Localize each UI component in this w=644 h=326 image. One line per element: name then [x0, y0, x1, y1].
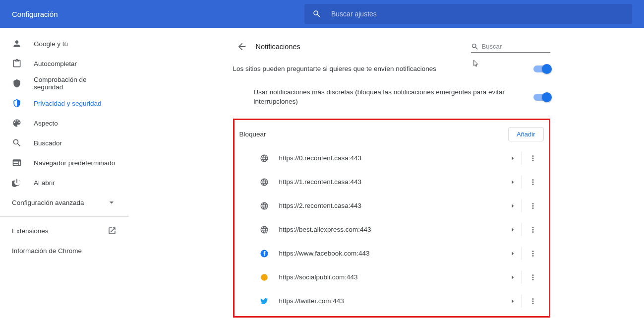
blocked-site-row[interactable]: https://best.aliexpress.com:443: [239, 218, 544, 242]
sidebar-about-chrome[interactable]: Información de Chrome: [0, 241, 128, 261]
app-title: Configuración: [12, 10, 304, 18]
sidebar-item-label: Aspecto: [34, 120, 58, 127]
local-search-input[interactable]: [482, 41, 550, 52]
site-url: https://2.recontent.casa:443: [279, 202, 504, 209]
sidebar-item-label: Autocompletar: [34, 60, 77, 67]
site-more-button[interactable]: [522, 273, 544, 282]
sidebar-advanced-toggle[interactable]: Configuración avanzada: [0, 193, 128, 212]
blocked-site-row[interactable]: https://1.recontent.casa:443: [239, 170, 544, 194]
site-favicon-icon: [259, 177, 269, 187]
sidebar-item-label: Al abrir: [34, 179, 55, 187]
site-url: https://www.facebook.com:443: [279, 250, 504, 257]
person-icon: [12, 39, 22, 49]
block-title: Bloquear: [239, 130, 508, 138]
main-content: Notificaciones Los sitios pueden pregunt…: [129, 28, 644, 326]
sidebar-item-appearance[interactable]: Aspecto: [0, 113, 128, 133]
blocked-site-list: https://0.recontent.casa:443https://1.re…: [239, 146, 544, 313]
page-title: Notificaciones: [256, 43, 471, 51]
sidebar-advanced-label: Configuración avanzada: [12, 199, 84, 206]
shield-outline-icon: [12, 98, 22, 108]
site-details-button[interactable]: [504, 273, 522, 282]
site-favicon-icon: [259, 272, 269, 282]
blocked-site-row[interactable]: https://0.recontent.casa:443: [239, 146, 544, 170]
palette-icon: [12, 118, 22, 128]
site-more-button[interactable]: [522, 297, 544, 306]
header-search[interactable]: [304, 4, 632, 24]
shield-icon: [12, 78, 22, 88]
site-url: https://twitter.com:443: [279, 297, 504, 305]
back-button[interactable]: [233, 38, 251, 56]
site-favicon-icon: [259, 153, 269, 163]
search-icon: [471, 43, 479, 51]
sidebar-item-on-startup[interactable]: Al abrir: [0, 173, 128, 193]
sidebar-item-label: Comprobación de seguridad: [34, 76, 117, 91]
sidebar-item-you-and-google[interactable]: Google y tú: [0, 34, 128, 54]
site-favicon-icon: [259, 249, 269, 259]
toggle-quieter[interactable]: [533, 94, 550, 101]
site-details-button[interactable]: [504, 201, 522, 210]
site-url: https://1.recontent.casa:443: [279, 178, 504, 186]
blocked-site-row[interactable]: https://www.facebook.com:443: [239, 242, 544, 265]
sidebar-item-autofill[interactable]: Autocompletar: [0, 54, 128, 73]
sidebar-item-label: Google y tú: [34, 40, 68, 48]
sidebar-item-label: Navegador predeterminado: [34, 159, 115, 167]
sidebar-item-safety-check[interactable]: Comprobación de seguridad: [0, 73, 128, 93]
setting-quiet-label: Usar notificaciones más discretas (bloqu…: [233, 88, 525, 107]
site-details-button[interactable]: [504, 249, 522, 258]
site-details-button[interactable]: [504, 154, 522, 163]
sidebar-item-search-engine[interactable]: Buscador: [0, 133, 128, 153]
search-icon: [12, 138, 22, 148]
setting-ask-label: Los sitios pueden preguntarte si quieres…: [233, 65, 525, 74]
chevron-down-icon: [107, 197, 117, 207]
sidebar-about-label: Información de Chrome: [12, 247, 82, 255]
site-favicon-icon: [259, 225, 269, 235]
sidebar-extensions[interactable]: Extensiones: [0, 221, 128, 241]
site-more-button[interactable]: [522, 201, 544, 210]
search-icon: [312, 9, 321, 18]
content-header: Notificaciones: [233, 36, 550, 58]
site-more-button[interactable]: [522, 154, 544, 163]
back-arrow-icon: [236, 41, 247, 52]
block-header: Bloquear Añadir: [239, 124, 544, 146]
site-favicon-icon: [259, 296, 269, 306]
site-url: https://socialpubli.com:443: [279, 273, 504, 281]
launch-icon: [108, 226, 117, 235]
site-details-button[interactable]: [504, 178, 522, 187]
blocked-site-row[interactable]: https://twitter.com:443: [239, 289, 544, 313]
local-search[interactable]: [471, 41, 550, 53]
sidebar: Google y tú Autocompletar Comprobación d…: [0, 28, 129, 326]
site-details-button[interactable]: [504, 225, 522, 234]
sidebar-item-label: Buscador: [34, 139, 62, 147]
setting-ask-before: Los sitios pueden preguntarte si quieres…: [233, 58, 550, 81]
sidebar-item-default-browser[interactable]: Navegador predeterminado: [0, 153, 128, 173]
site-more-button[interactable]: [522, 249, 544, 258]
site-more-button[interactable]: [522, 225, 544, 234]
web-icon: [12, 158, 22, 168]
sidebar-extensions-label: Extensiones: [12, 227, 49, 235]
blocked-site-row[interactable]: https://socialpubli.com:443: [239, 265, 544, 289]
site-url: https://0.recontent.casa:443: [279, 154, 504, 162]
toggle-ask-before[interactable]: [533, 65, 550, 72]
add-button[interactable]: Añadir: [508, 127, 544, 141]
site-favicon-icon: [259, 201, 269, 211]
blocked-site-row[interactable]: https://2.recontent.casa:443: [239, 194, 544, 218]
site-more-button[interactable]: [522, 178, 544, 187]
block-section: Bloquear Añadir https://0.recontent.casa…: [233, 119, 550, 318]
clipboard-icon: [12, 59, 22, 68]
site-details-button[interactable]: [504, 297, 522, 306]
power-icon: [12, 178, 22, 188]
sidebar-item-privacy[interactable]: Privacidad y seguridad: [0, 93, 128, 113]
separator: [0, 216, 128, 217]
app-header: Configuración: [0, 0, 644, 28]
setting-quieter: Usar notificaciones más discretas (bloqu…: [233, 81, 550, 114]
sidebar-item-label: Privacidad y seguridad: [34, 100, 102, 107]
header-search-input[interactable]: [331, 10, 624, 18]
site-url: https://best.aliexpress.com:443: [279, 226, 504, 233]
